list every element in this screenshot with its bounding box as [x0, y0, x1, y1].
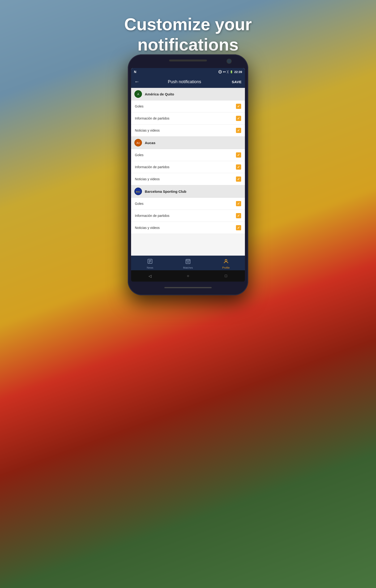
toolbar-title: Push notifications [143, 79, 226, 84]
notif-checkbox-america-0[interactable] [236, 104, 241, 109]
notifications-list[interactable]: AAmérica de QuitoGolesInformación de par… [131, 88, 245, 256]
wifi-icon: ▾▾ [223, 70, 226, 74]
notif-checkbox-aucas-0[interactable] [236, 152, 241, 158]
notif-label-aucas-2: Noticias y videos [135, 177, 160, 181]
toolbar: ← Push notifications SAVE [131, 76, 245, 88]
bottom-nav: News Matches Profile [131, 256, 245, 272]
back-system-button[interactable]: ◁ [147, 273, 153, 279]
signal-icon: ╳ [227, 70, 229, 74]
notif-row-aucas-0[interactable]: Goles [131, 149, 245, 161]
dnd-icon [219, 70, 222, 74]
svg-text:AU: AU [136, 142, 140, 144]
nav-item-news[interactable]: News [131, 258, 169, 269]
svg-rect-14 [187, 262, 188, 262]
notif-checkbox-barcelona-2[interactable] [236, 225, 241, 230]
nav-label-news: News [147, 266, 154, 269]
page-title-line2: notifications [0, 34, 376, 55]
phone-speaker [169, 60, 207, 62]
notif-checkbox-aucas-2[interactable] [236, 177, 241, 182]
notif-row-barcelona-0[interactable]: Goles [131, 198, 245, 210]
notif-row-aucas-2[interactable]: Noticias y videos [131, 173, 245, 185]
team-header-aucas: AUAucas [131, 136, 245, 149]
phone-chin-bar [164, 287, 212, 288]
status-bar: N ▾▾ ╳ 🔋 22:39 [131, 68, 245, 76]
phone-screen: N ▾▾ ╳ 🔋 22:39 ← Push notifications SAVE… [131, 68, 245, 272]
notif-row-aucas-1[interactable]: Información de partidos [131, 161, 245, 173]
back-button[interactable]: ← [134, 79, 140, 84]
app-notification-icon: N [134, 70, 136, 74]
nav-icon-profile [223, 258, 229, 265]
notif-label-barcelona-2: Noticias y videos [135, 226, 160, 230]
team-logo-barcelona: BSC [134, 188, 142, 195]
notif-row-america-0[interactable]: Goles [131, 100, 245, 113]
notif-label-america-0: Goles [135, 105, 144, 108]
notif-label-barcelona-0: Goles [135, 202, 144, 206]
status-right: ▾▾ ╳ 🔋 22:39 [219, 70, 242, 74]
svg-point-16 [225, 259, 227, 261]
notif-checkbox-america-2[interactable] [236, 128, 241, 133]
status-left: N [134, 70, 136, 74]
svg-rect-15 [188, 262, 189, 262]
nav-icon-news [147, 258, 153, 265]
notif-row-america-1[interactable]: Información de partidos [131, 113, 245, 125]
phone-shell: N ▾▾ ╳ 🔋 22:39 ← Push notifications SAVE… [128, 54, 248, 295]
phone-camera [227, 59, 232, 64]
notif-checkbox-aucas-1[interactable] [236, 164, 241, 170]
svg-text:A: A [137, 93, 139, 96]
nav-icon-matches [185, 258, 191, 265]
page-title-line1: Customize your [0, 14, 376, 34]
team-logo-america: A [134, 90, 142, 98]
notif-row-barcelona-1[interactable]: Información de partidos [131, 210, 245, 222]
battery-icon: 🔋 [230, 70, 233, 74]
page-title-area: Customize your notifications [0, 14, 376, 55]
notif-checkbox-barcelona-0[interactable] [236, 201, 241, 206]
svg-rect-10 [186, 259, 190, 264]
notif-label-america-2: Noticias y videos [135, 128, 160, 132]
team-header-barcelona: BSCBarcelona Sporting Club [131, 185, 245, 198]
notif-row-america-2[interactable]: Noticias y videos [131, 125, 245, 136]
notif-label-barcelona-1: Información de partidos [135, 214, 169, 218]
notif-checkbox-barcelona-1[interactable] [236, 213, 241, 218]
system-nav-bar: ◁ ○ □ [131, 270, 245, 282]
svg-text:BSC: BSC [136, 191, 141, 193]
notif-label-aucas-1: Información de partidos [135, 165, 169, 169]
notif-label-america-1: Información de partidos [135, 116, 169, 120]
team-logo-aucas: AU [134, 139, 142, 147]
nav-item-profile[interactable]: Profile [207, 258, 245, 269]
nav-label-matches: Matches [183, 266, 193, 269]
nav-item-matches[interactable]: Matches [169, 258, 207, 269]
status-time: 22:39 [234, 70, 242, 74]
notif-checkbox-america-1[interactable] [236, 116, 241, 121]
team-header-america: AAmérica de Quito [131, 88, 245, 100]
home-system-button[interactable]: ○ [185, 273, 191, 279]
save-button[interactable]: SAVE [232, 80, 242, 84]
team-name-america: América de Quito [145, 92, 174, 96]
recents-system-button[interactable]: □ [223, 273, 229, 279]
nav-label-profile: Profile [222, 266, 230, 269]
notif-row-barcelona-2[interactable]: Noticias y videos [131, 222, 245, 234]
team-name-barcelona: Barcelona Sporting Club [145, 189, 186, 193]
notif-label-aucas-0: Goles [135, 153, 144, 157]
team-name-aucas: Aucas [145, 141, 156, 145]
